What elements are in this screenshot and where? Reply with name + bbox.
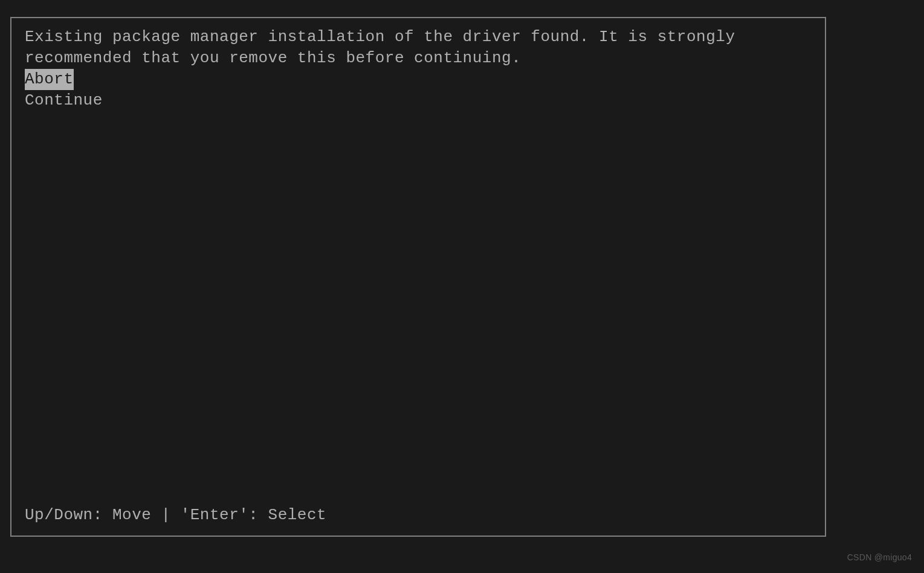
option-continue[interactable]: Continue — [25, 90, 103, 111]
footer-navigation-hint: Up/Down: Move | 'Enter': Select — [25, 505, 812, 527]
watermark-text: CSDN @miguo4 — [847, 552, 912, 562]
dialog-message: Existing package manager installation of… — [25, 27, 812, 69]
option-abort[interactable]: Abort — [25, 69, 74, 90]
dialog-options: Abort Continue — [25, 69, 812, 111]
terminal-dialog-box: Existing package manager installation of… — [10, 17, 826, 537]
